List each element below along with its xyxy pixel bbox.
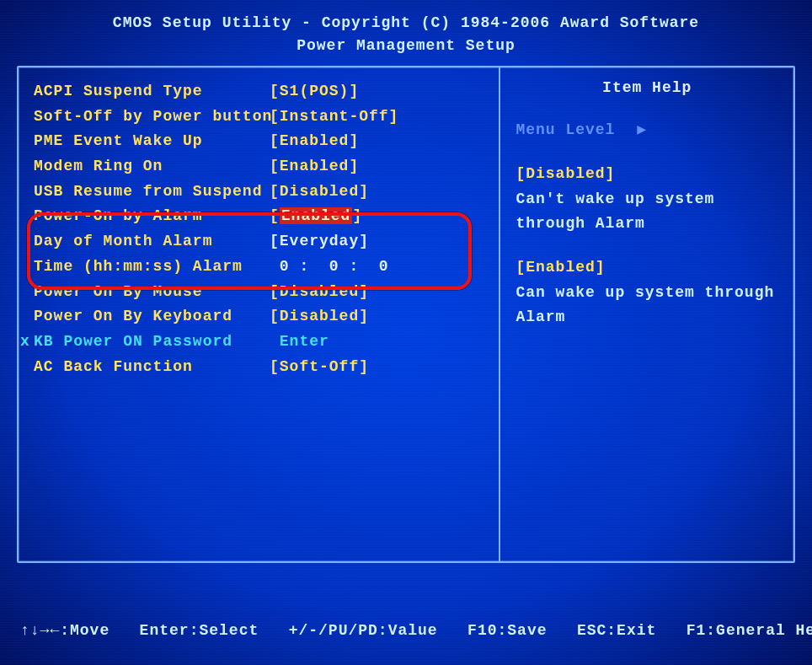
item-usb-resume-from-suspend[interactable]: USB Resume from Suspend [Disabled] bbox=[34, 180, 490, 205]
item-power-on-by-mouse[interactable]: Power On By Mouse [Disabled] bbox=[34, 280, 490, 305]
item-label: AC Back Function bbox=[34, 355, 270, 380]
item-pme-event-wake-up[interactable]: PME Event Wake Up [Enabled] bbox=[34, 129, 490, 154]
item-day-of-month-alarm[interactable]: Day of Month Alarm [Everyday] bbox=[34, 229, 490, 255]
item-acpi-suspend-type[interactable]: ACPI Suspend Type [S1(POS)] bbox=[34, 79, 490, 105]
item-power-on-by-keyboard[interactable]: Power On By Keyboard [Disabled] bbox=[34, 304, 490, 330]
item-value: [Disabled] bbox=[270, 280, 369, 305]
help-level-label: Menu Level bbox=[516, 121, 615, 138]
item-value: [Enabled] bbox=[270, 129, 359, 154]
item-value: Enter bbox=[270, 330, 329, 355]
item-value: [Enabled] bbox=[270, 154, 359, 180]
item-value: [Disabled] bbox=[270, 304, 369, 330]
item-label: ACPI Suspend Type bbox=[34, 79, 270, 105]
settings-list: ACPI Suspend Type [S1(POS)] Soft-Off by … bbox=[19, 67, 499, 561]
help-title: Item Help bbox=[516, 79, 778, 120]
item-time-alarm[interactable]: Time (hh:mm:ss) Alarm 0 : 0 : 0 bbox=[34, 255, 490, 280]
item-label: Day of Month Alarm bbox=[34, 229, 270, 255]
item-power-on-by-alarm[interactable]: Power-On by Alarm [Enabled] bbox=[34, 204, 490, 229]
help-panel: Item Help Menu Level ▶ [Disabled] Can't … bbox=[499, 67, 793, 561]
item-value: [Soft-Off] bbox=[270, 355, 369, 380]
item-label: USB Resume from Suspend bbox=[34, 180, 270, 205]
item-label: Power On By Mouse bbox=[34, 280, 270, 305]
item-label: Time (hh:mm:ss) Alarm bbox=[34, 255, 270, 280]
item-modem-ring-on[interactable]: Modem Ring On [Enabled] bbox=[34, 154, 490, 180]
item-value: [Instant-Off] bbox=[270, 105, 398, 130]
item-label: x KB Power ON Password bbox=[34, 330, 270, 355]
help-block-enabled: [Enabled] Can wake up system through Ala… bbox=[516, 255, 778, 330]
help-menu-level: Menu Level ▶ bbox=[516, 120, 778, 162]
item-value: [Everyday] bbox=[270, 229, 369, 255]
item-soft-off-by-power-button[interactable]: Soft-Off by Power button [Instant-Off] bbox=[34, 105, 490, 130]
item-label: PME Event Wake Up bbox=[34, 129, 270, 154]
help-block-title: [Disabled] bbox=[516, 162, 778, 187]
disabled-marker-icon: x bbox=[20, 330, 34, 355]
item-value: [S1(POS)] bbox=[270, 79, 359, 105]
item-label: Power-On by Alarm bbox=[34, 204, 270, 229]
item-value: [Enabled] bbox=[270, 204, 362, 229]
item-label: Power On By Keyboard bbox=[34, 304, 270, 330]
chevron-right-icon: ▶ bbox=[637, 121, 643, 138]
item-label: Modem Ring On bbox=[34, 154, 270, 180]
main-panel: ACPI Suspend Type [S1(POS)] Soft-Off by … bbox=[17, 66, 795, 563]
item-kb-power-on-password: x KB Power ON Password Enter bbox=[34, 330, 490, 355]
header: CMOS Setup Utility - Copyright (C) 1984-… bbox=[17, 8, 795, 66]
header-page-title: Power Management Setup bbox=[17, 35, 795, 57]
header-copyright: CMOS Setup Utility - Copyright (C) 1984-… bbox=[17, 12, 795, 35]
footer-line-1: ↑↓→←:Move Enter:Select +/-/PU/PD:Value F… bbox=[20, 619, 792, 643]
help-block-desc: Can't wake up system through Alarm bbox=[516, 187, 778, 237]
item-ac-back-function[interactable]: AC Back Function [Soft-Off] bbox=[34, 355, 490, 380]
help-block-title: [Enabled] bbox=[516, 255, 778, 281]
bios-screen: CMOS Setup Utility - Copyright (C) 1984-… bbox=[0, 0, 812, 665]
item-value: 0 : 0 : 0 bbox=[270, 255, 389, 280]
help-block-disabled: [Disabled] Can't wake up system through … bbox=[516, 162, 778, 237]
item-label: Soft-Off by Power button bbox=[34, 105, 270, 130]
item-value: [Disabled] bbox=[270, 180, 369, 205]
footer-hints: ↑↓→←:Move Enter:Select +/-/PU/PD:Value F… bbox=[17, 563, 795, 665]
help-block-desc: Can wake up system through Alarm bbox=[516, 281, 778, 330]
